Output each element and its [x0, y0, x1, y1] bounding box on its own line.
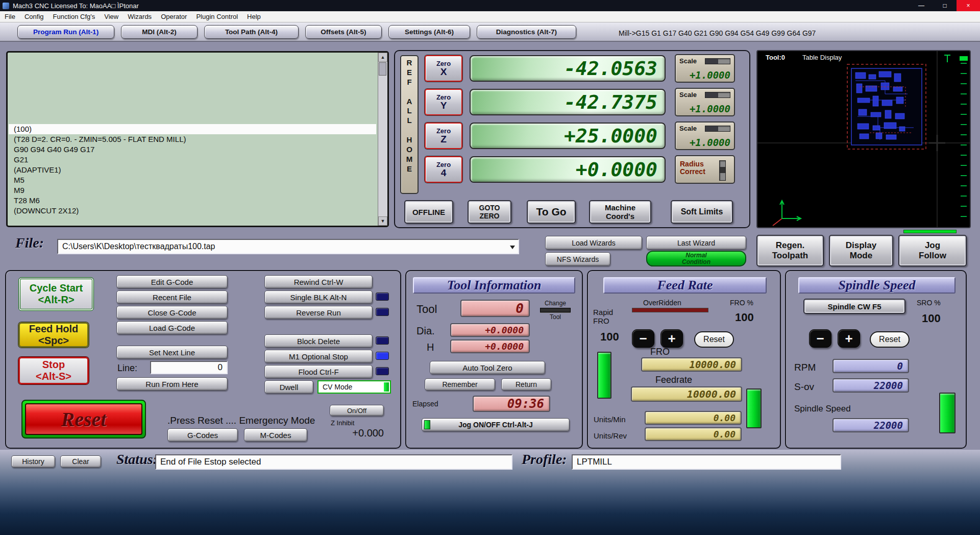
- dro-4-value[interactable]: +0.0000: [470, 156, 666, 183]
- scrollbar-thumb[interactable]: [379, 62, 386, 76]
- fro-value-field[interactable]: 10000.00: [641, 357, 742, 372]
- run-from-here-button[interactable]: Run From Here: [116, 377, 228, 391]
- gcode-line[interactable]: (DOWNCUT 2X12): [9, 206, 376, 216]
- gcode-current-line[interactable]: (100): [9, 124, 376, 134]
- rpm-field[interactable]: 0: [832, 359, 909, 373]
- scale-x-value[interactable]: +1.0000: [690, 69, 730, 81]
- tool-number-field[interactable]: 0: [460, 300, 530, 317]
- m-codes-button[interactable]: M-Codes: [244, 428, 307, 442]
- gcode-line[interactable]: (T28 D=2. CR=0. - ZMIN=5.005 - FLAT END …: [9, 134, 376, 144]
- scale-z-value[interactable]: +1.0000: [690, 137, 730, 148]
- dwell-button[interactable]: Dwell: [264, 380, 313, 394]
- single-blk-button[interactable]: Single BLK Alt-N: [264, 290, 373, 304]
- maximize-icon[interactable]: □: [933, 0, 957, 11]
- block-delete-button[interactable]: Block Delete: [264, 334, 373, 348]
- toolpath-zoom-slider[interactable]: [960, 56, 968, 61]
- gcode-line[interactable]: G90 G94 G40 G49 G17: [9, 144, 376, 155]
- gcode-line[interactable]: M9: [9, 185, 376, 196]
- tool-diameter-field[interactable]: +0.0000: [450, 323, 530, 337]
- tab-settings[interactable]: Settings (Alt-6): [388, 25, 470, 39]
- spindle-plus-button[interactable]: +: [838, 329, 860, 348]
- file-dropdown-icon[interactable]: [510, 246, 515, 249]
- ref-all-home-button[interactable]: R E F A L L H O M E: [400, 55, 419, 194]
- menu-operator[interactable]: Operator: [156, 11, 191, 22]
- set-next-line-button[interactable]: Set Next Line: [116, 346, 228, 359]
- toolpath-display[interactable]: Tool:0 Table Display: [756, 50, 971, 228]
- radius-correct-slider[interactable]: [719, 160, 726, 181]
- gcode-line[interactable]: G21: [9, 155, 376, 165]
- stop-button[interactable]: Stop <Alt-S>: [18, 357, 89, 384]
- cycle-start-button[interactable]: Cycle Start <Alt-R>: [18, 277, 94, 311]
- fro-percent-value[interactable]: 100: [735, 311, 754, 324]
- regen-toolpath-button[interactable]: Regen. Toolpath: [756, 235, 824, 266]
- menu-help[interactable]: Help: [242, 11, 265, 22]
- feedrate-value-field[interactable]: 10000.00: [631, 386, 742, 402]
- offline-button[interactable]: OFFLINE: [404, 200, 453, 224]
- soft-limits-button[interactable]: Soft Limits: [671, 200, 733, 224]
- gcode-scrollbar[interactable]: ▲ ▼: [378, 53, 387, 226]
- elapsed-time-field[interactable]: 09:36: [473, 396, 550, 412]
- feed-minus-button[interactable]: −: [632, 329, 654, 348]
- last-wizard-button[interactable]: Last Wizard: [646, 236, 746, 250]
- return-button[interactable]: Return: [501, 378, 551, 391]
- menu-config[interactable]: Config: [20, 11, 48, 22]
- units-min-field[interactable]: 0.00: [645, 411, 742, 425]
- dro-y-value[interactable]: -42.7375: [470, 89, 666, 115]
- scroll-up-icon[interactable]: ▲: [378, 53, 387, 62]
- dro-x-value[interactable]: -42.0563: [470, 55, 666, 82]
- history-button[interactable]: History: [11, 455, 55, 468]
- menu-wizards[interactable]: Wizards: [123, 11, 156, 22]
- toolpath-canvas[interactable]: [757, 51, 970, 227]
- zero-y-button[interactable]: Zero Y: [425, 89, 462, 115]
- sov-field[interactable]: 22000: [832, 378, 909, 393]
- auto-tool-zero-button[interactable]: Auto Tool Zero: [430, 361, 545, 374]
- tab-program-run[interactable]: Program Run (Alt-1): [17, 25, 114, 39]
- zero-4-button[interactable]: Zero 4: [425, 156, 462, 183]
- dro-z-value[interactable]: +25.0000: [470, 123, 666, 149]
- clear-button[interactable]: Clear: [60, 455, 101, 468]
- z-inhibit-value[interactable]: +0.000: [343, 427, 384, 439]
- goto-zero-button[interactable]: GOTO ZERO: [468, 200, 511, 224]
- edit-gcode-button[interactable]: Edit G-Code: [116, 275, 228, 288]
- remember-button[interactable]: Remember: [425, 378, 495, 391]
- menu-plugin-control[interactable]: Plugin Control: [191, 11, 242, 22]
- tab-tool-path[interactable]: Tool Path (Alt-4): [204, 25, 299, 39]
- spindle-cw-button[interactable]: Spindle CW F5: [803, 299, 905, 314]
- menu-function-cfgs[interactable]: Function Cfg's: [48, 11, 100, 22]
- load-gcode-button[interactable]: Load G-Code: [116, 321, 228, 334]
- machine-coords-button[interactable]: Machine Coord's: [589, 200, 651, 224]
- scale-z-slider[interactable]: [705, 126, 730, 132]
- nfs-wizards-button[interactable]: NFS Wizards: [545, 252, 610, 266]
- feed-plus-button[interactable]: +: [660, 329, 683, 348]
- to-go-button[interactable]: To Go: [527, 200, 576, 224]
- reset-button[interactable]: Reset: [21, 400, 146, 439]
- scale-y-value[interactable]: +1.0000: [690, 103, 730, 114]
- scroll-down-icon[interactable]: ▼: [378, 216, 387, 226]
- spindle-reset-button[interactable]: Reset: [870, 331, 910, 348]
- g-codes-button[interactable]: G-Codes: [167, 428, 238, 442]
- tool-height-field[interactable]: +0.0000: [450, 339, 530, 353]
- gcode-line[interactable]: M5: [9, 175, 376, 185]
- spindle-speed-field[interactable]: 22000: [832, 418, 909, 432]
- menu-file[interactable]: File: [0, 11, 20, 22]
- load-wizards-button[interactable]: Load Wizards: [545, 236, 642, 250]
- flood-button[interactable]: Flood Ctrl-F: [264, 365, 373, 378]
- menu-view[interactable]: View: [100, 11, 123, 22]
- reverse-run-button[interactable]: Reverse Run: [264, 306, 373, 319]
- scale-x-slider[interactable]: [705, 58, 730, 64]
- gcode-line[interactable]: (ADAPTIVE1): [9, 165, 376, 175]
- change-tool-button[interactable]: Change Tool: [535, 298, 576, 322]
- feed-hold-button[interactable]: Feed Hold <Spc>: [18, 322, 89, 348]
- tab-offsets[interactable]: Offsets (Alt-5): [305, 25, 382, 39]
- jog-onoff-button[interactable]: Jog ON/OFF Ctrl-Alt-J: [422, 418, 570, 431]
- on-off-button[interactable]: On/Off: [330, 405, 384, 416]
- close-icon[interactable]: ×: [957, 0, 980, 11]
- normal-condition-button[interactable]: Normal Condition: [646, 251, 746, 266]
- status-message-field[interactable]: End of File Estop selected: [155, 454, 512, 470]
- close-gcode-button[interactable]: Close G-Code: [116, 306, 228, 319]
- profile-field[interactable]: LPTMILL: [572, 454, 841, 470]
- display-mode-button[interactable]: Display Mode: [829, 235, 893, 266]
- units-rev-field[interactable]: 0.00: [645, 427, 742, 441]
- file-path-field[interactable]: C:\Users\K\Desktop\тестквадраты100.tap: [57, 239, 519, 254]
- recent-file-button[interactable]: Recent File: [116, 290, 228, 304]
